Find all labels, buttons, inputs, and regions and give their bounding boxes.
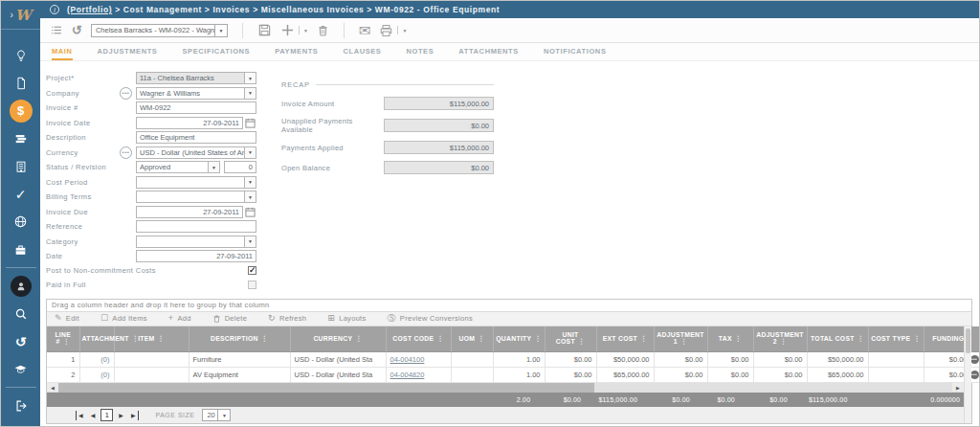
column-menu-icon[interactable]: ⋮: [355, 335, 362, 342]
col-funding[interactable]: FUNDING⋮: [924, 326, 980, 352]
history-icon[interactable]: ↺: [1, 327, 40, 355]
column-menu-icon[interactable]: ⋮: [158, 335, 165, 342]
column-menu-icon[interactable]: ⋮: [478, 335, 484, 342]
column-menu-icon[interactable]: ⋮: [780, 338, 787, 345]
reference-field[interactable]: [136, 220, 256, 233]
col-cost-code[interactable]: COST CODE⋮: [386, 326, 451, 352]
column-menu-icon[interactable]: ⋮: [913, 335, 920, 342]
globe-icon[interactable]: [1, 208, 40, 236]
logout-icon[interactable]: [1, 392, 40, 419]
currency-select[interactable]: USD - Dollar (United States of Ameri ▼: [136, 146, 256, 159]
last-page-icon[interactable]: ▶: [129, 411, 139, 420]
paid-in-full-checkbox[interactable]: [248, 281, 256, 289]
chevron-down-icon[interactable]: ▼: [244, 236, 256, 247]
current-page[interactable]: 1: [100, 409, 113, 421]
grid-layouts-button[interactable]: ⊞Layouts: [327, 314, 366, 323]
col-ext-cost[interactable]: EXT COST⋮: [596, 326, 654, 352]
tab-adjustments[interactable]: ADJUSTMENTS: [98, 43, 158, 60]
breadcrumb-portfolio-link[interactable]: (Portfolio): [67, 5, 112, 14]
vertical-scrollbar[interactable]: [964, 326, 971, 424]
column-menu-icon[interactable]: ⋮: [578, 338, 585, 345]
column-menu-icon[interactable]: ⋮: [735, 335, 742, 342]
table-row[interactable]: 1 (0) Furniture USD - Dollar (United Sta…: [47, 352, 980, 368]
record-selector[interactable]: Chelsea Barracks - WM-0922 - Wagn ▼: [91, 24, 228, 37]
chevron-down-icon[interactable]: ▼: [244, 147, 256, 158]
chevron-down-icon[interactable]: ▼: [208, 162, 219, 172]
graduation-icon[interactable]: [1, 355, 40, 383]
project-select[interactable]: 11a - Chelsea Barracks ▼: [136, 72, 256, 84]
scrollbar-thumb[interactable]: [58, 383, 594, 393]
column-menu-icon[interactable]: ⋮: [534, 335, 541, 342]
app-logo[interactable]: › W: [1, 1, 40, 30]
grid-delete-button[interactable]: Delete: [212, 314, 247, 324]
column-menu-icon[interactable]: ⋮: [680, 338, 687, 345]
column-menu-icon[interactable]: ⋮: [261, 335, 268, 342]
tab-notifications[interactable]: NOTIFICATIONS: [544, 43, 607, 60]
col-adjustment2[interactable]: ADJUSTMENT 2⋮: [753, 326, 807, 352]
building-icon[interactable]: [1, 152, 40, 180]
search-icon[interactable]: [1, 300, 40, 327]
calendar-icon[interactable]: [245, 118, 256, 128]
company-lookup-icon[interactable]: •••: [120, 87, 132, 100]
col-tax[interactable]: TAX⋮: [707, 326, 753, 352]
group-by-panel[interactable]: Drag a column header and drop it here to…: [47, 300, 971, 312]
horizontal-scrollbar[interactable]: ◀ ▶: [47, 383, 964, 393]
category-select[interactable]: ▼: [136, 236, 256, 248]
bulb-icon[interactable]: [1, 41, 40, 69]
first-page-icon[interactable]: ◀: [76, 411, 85, 420]
stack-icon[interactable]: [1, 124, 40, 152]
col-uom[interactable]: UOM⋮: [451, 326, 493, 352]
col-quantity[interactable]: QUANTITY⋮: [493, 326, 545, 352]
revision-field[interactable]: [224, 161, 256, 173]
grid-preview-conversions-button[interactable]: ⓈPreview Conversions: [388, 314, 473, 323]
page-size-select[interactable]: 20 ▼: [202, 409, 231, 421]
invoice-due-field[interactable]: [136, 206, 243, 218]
grid-add-button[interactable]: +Add: [168, 314, 191, 323]
column-menu-icon[interactable]: ⋮: [640, 335, 647, 342]
print-menu-caret-icon[interactable]: ▼: [402, 28, 407, 34]
tab-attachments[interactable]: ATTACHMENTS: [458, 43, 519, 60]
col-description[interactable]: DESCRIPTION⋮: [189, 326, 290, 352]
grid-edit-button[interactable]: ✎Edit: [55, 314, 79, 323]
chevron-down-icon[interactable]: ▼: [244, 191, 256, 202]
tab-notes[interactable]: NOTES: [406, 43, 434, 60]
briefcase-icon[interactable]: [1, 236, 40, 263]
post-noncommit-checkbox[interactable]: [248, 266, 256, 275]
status-select[interactable]: Approved ▼: [136, 161, 220, 173]
grid-refresh-button[interactable]: ↻Refresh: [268, 314, 306, 323]
column-menu-icon[interactable]: ⋮: [858, 335, 864, 342]
col-unit-cost[interactable]: UNIT COST⋮: [545, 326, 596, 352]
chevron-down-icon[interactable]: ▼: [244, 177, 256, 188]
scroll-left-icon[interactable]: ◀: [47, 385, 58, 391]
grid-add-items-button[interactable]: ☐Add Items: [100, 314, 147, 323]
add-icon[interactable]: ▼: [280, 23, 308, 37]
check-icon[interactable]: ✓: [1, 180, 40, 208]
column-menu-icon[interactable]: ⋮: [63, 338, 70, 345]
tab-specifications[interactable]: SPECIFICATIONS: [182, 43, 250, 60]
next-page-icon[interactable]: ▶: [117, 411, 125, 420]
info-icon[interactable]: i: [50, 5, 59, 14]
dollar-icon[interactable]: $: [1, 97, 40, 124]
scrollbar-thumb[interactable]: [966, 328, 970, 353]
billing-terms-select[interactable]: ▼: [136, 191, 256, 203]
record-history-icon[interactable]: ↺: [72, 24, 82, 36]
chevron-down-icon[interactable]: ▼: [244, 73, 256, 83]
add-menu-caret-icon[interactable]: ▼: [303, 28, 308, 34]
attachment-link[interactable]: (0): [100, 371, 109, 379]
cost-code-link[interactable]: 04-004100: [390, 355, 425, 364]
col-currency[interactable]: CURRENCY⋮: [290, 326, 386, 352]
print-icon[interactable]: ▼: [379, 24, 407, 37]
tab-main[interactable]: MAIN: [52, 43, 73, 60]
company-select[interactable]: Wagner & Williams ▼: [136, 87, 256, 100]
description-field[interactable]: [136, 131, 256, 144]
table-row[interactable]: 2 (0) AV Equipment USD - Dollar (United …: [47, 368, 980, 383]
tab-clauses[interactable]: CLAUSES: [343, 43, 381, 60]
mail-icon[interactable]: ✉: [359, 23, 371, 37]
invoice-number-field[interactable]: [136, 101, 256, 114]
currency-lookup-icon[interactable]: •••: [120, 146, 132, 159]
col-attachment[interactable]: ATTACHMENT⋮: [79, 326, 114, 352]
record-list-icon[interactable]: [50, 24, 63, 36]
invoice-date-field[interactable]: [136, 117, 243, 129]
column-menu-icon[interactable]: ⋮: [436, 335, 443, 342]
col-line[interactable]: LINE #⋮: [47, 326, 79, 352]
